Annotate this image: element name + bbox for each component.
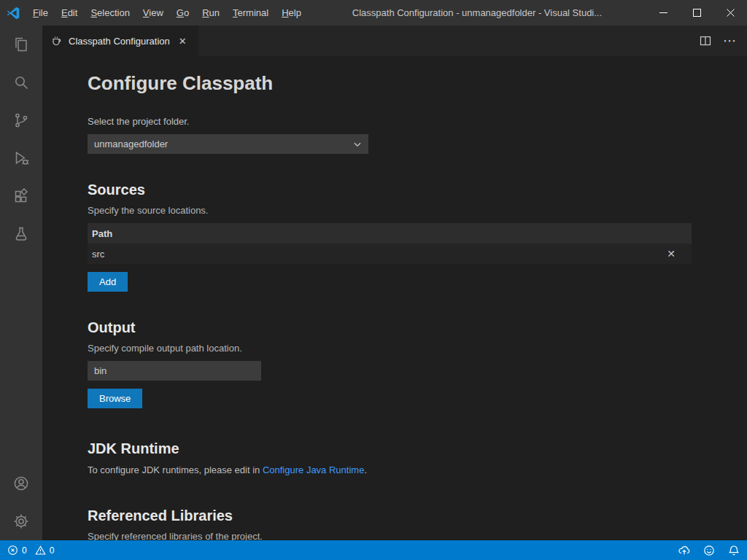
page-title: Configure Classpath [88, 72, 692, 95]
tab-bar: Classpath Configuration ✕ ⋯ [42, 26, 747, 56]
settings-gear-icon[interactable] [0, 502, 42, 540]
status-bar: 0 0 [0, 540, 747, 560]
project-folder-value: unmanagedfolder [94, 139, 168, 149]
extensions-icon[interactable] [0, 177, 42, 215]
sources-table: Path src ✕ [88, 223, 692, 264]
menu-help[interactable]: Help [275, 0, 308, 26]
menu-edit[interactable]: Edit [55, 0, 84, 26]
tab-label: Classpath Configuration [69, 36, 170, 47]
menu-run[interactable]: Run [196, 0, 226, 26]
more-actions-icon[interactable]: ⋯ [723, 34, 737, 47]
sources-heading: Sources [88, 182, 692, 198]
accounts-icon[interactable] [0, 464, 42, 502]
window-title: Classpath Configuration - unmanagedfolde… [308, 7, 646, 18]
classpath-tab-cup-icon [51, 35, 63, 47]
project-folder-label: Select the project folder. [88, 116, 692, 127]
maximize-button[interactable] [680, 0, 713, 26]
output-heading: Output [88, 319, 692, 336]
tab-actions: ⋯ [700, 26, 747, 56]
jdk-text-after: . [364, 464, 367, 475]
menu-file[interactable]: File [26, 0, 55, 26]
search-icon[interactable] [0, 63, 42, 101]
project-folder-select[interactable]: unmanagedfolder [88, 134, 368, 154]
close-button[interactable] [713, 0, 747, 26]
output-path-input[interactable] [88, 361, 261, 381]
split-editor-icon[interactable] [700, 35, 711, 47]
menu-view[interactable]: View [136, 0, 170, 26]
menu-go[interactable]: Go [170, 0, 196, 26]
jdk-runtime-text: To configure JDK runtimes, please edit i… [88, 464, 692, 475]
source-path-value: src [92, 249, 104, 260]
editor-area: Classpath Configuration ✕ ⋯ Configure Cl… [42, 26, 747, 540]
jdk-runtime-heading: JDK Runtime [88, 440, 692, 457]
feedback-icon[interactable] [703, 545, 715, 556]
status-bar-right [678, 545, 740, 556]
configure-java-runtime-link[interactable]: Configure Java Runtime [263, 464, 364, 475]
add-source-button[interactable]: Add [88, 272, 128, 292]
close-tab-icon[interactable]: ✕ [176, 34, 190, 48]
tab-classpath-configuration[interactable]: Classpath Configuration ✕ [42, 26, 198, 56]
testing-icon[interactable] [0, 215, 42, 253]
menu-bar: File Edit Selection View Go Run Terminal… [26, 0, 308, 26]
sources-table-header: Path [88, 223, 692, 244]
path-column-header: Path [92, 228, 112, 239]
run-and-debug-icon[interactable] [0, 139, 42, 177]
browse-button[interactable]: Browse [88, 389, 142, 408]
warning-icon [35, 545, 46, 556]
referenced-libraries-description: Specify referenced libraries of the proj… [88, 531, 692, 540]
jdk-text-before: To configure JDK runtimes, please edit i… [88, 464, 263, 475]
source-control-icon[interactable] [0, 101, 42, 139]
output-description: Specify compile output path location. [88, 343, 692, 354]
vscode-logo-icon [0, 0, 26, 26]
problems-indicator[interactable]: 0 0 [7, 545, 58, 556]
sources-description: Specify the source locations. [88, 205, 692, 216]
remove-source-icon[interactable]: ✕ [667, 248, 676, 260]
minimize-button[interactable] [646, 0, 680, 26]
menu-terminal[interactable]: Terminal [226, 0, 275, 26]
notifications-bell-icon[interactable] [728, 545, 740, 556]
menu-selection[interactable]: Selection [84, 0, 136, 26]
warning-count: 0 [50, 545, 55, 556]
title-bar: File Edit Selection View Go Run Terminal… [0, 0, 747, 26]
classpath-configuration-page: Configure Classpath Select the project f… [42, 56, 747, 540]
error-icon [7, 545, 18, 556]
chevron-down-icon [353, 140, 362, 149]
error-count: 0 [22, 545, 27, 556]
activity-bar [0, 26, 42, 540]
main-region: Classpath Configuration ✕ ⋯ Configure Cl… [0, 26, 747, 540]
explorer-icon[interactable] [0, 26, 42, 63]
source-row[interactable]: src ✕ [88, 244, 692, 264]
window-controls [646, 0, 747, 26]
cloud-upload-icon[interactable] [678, 545, 690, 556]
referenced-libraries-heading: Referenced Libraries [88, 508, 692, 524]
